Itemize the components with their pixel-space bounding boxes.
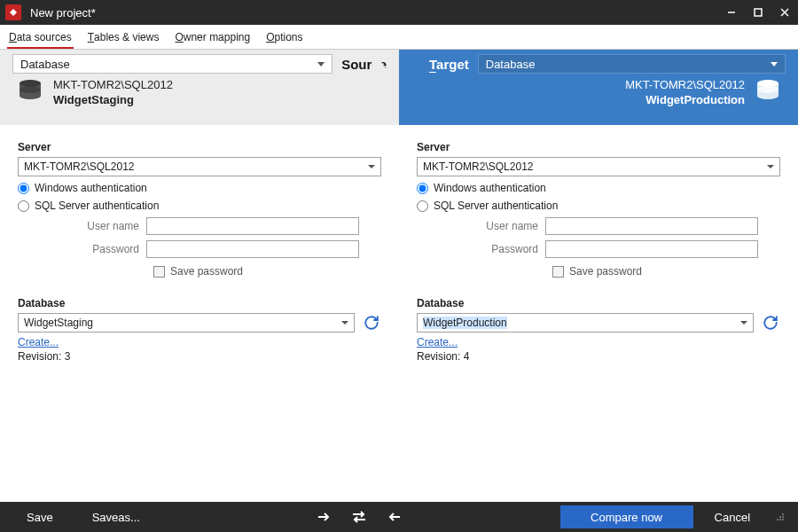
- svg-point-16: [779, 519, 781, 520]
- source-target-banner: Database Source MKT-TOMR2\SQL2012 Widget…: [0, 50, 798, 125]
- target-server-text: MKT-TOMR2\SQL2012: [625, 78, 745, 93]
- svg-point-13: [779, 516, 781, 518]
- sql-auth-radio-input[interactable]: [417, 200, 428, 212]
- server-heading: Server: [18, 141, 381, 153]
- target-create-db-link[interactable]: Create...: [417, 336, 458, 348]
- footer-bar: Save Save as... Compare now Cancel: [0, 502, 798, 532]
- source-panel: Server MKT-TOMR2\SQL2012 Windows authent…: [0, 125, 399, 502]
- tab-tables-views[interactable]: Tables & views: [86, 27, 161, 48]
- target-save-password-check[interactable]: Save password: [552, 265, 780, 278]
- source-windows-auth-radio[interactable]: Windows authentication: [18, 182, 381, 194]
- arrow-right-icon[interactable]: [308, 505, 340, 528]
- save-password-checkbox[interactable]: [552, 266, 564, 278]
- sql-auth-radio-input[interactable]: [18, 200, 29, 212]
- username-label: User name: [417, 220, 545, 232]
- config-panels: Server MKT-TOMR2\SQL2012 Windows authent…: [0, 125, 798, 502]
- save-button[interactable]: Save: [9, 505, 71, 528]
- database-icon: [754, 78, 782, 107]
- svg-point-14: [782, 516, 784, 518]
- source-password-field[interactable]: [146, 240, 359, 258]
- svg-point-15: [777, 519, 778, 520]
- svg-point-7: [757, 86, 778, 93]
- tab-data-sources[interactable]: Data sources: [7, 27, 74, 49]
- close-button[interactable]: [771, 0, 798, 25]
- source-database-combo[interactable]: WidgetStaging: [18, 313, 355, 332]
- target-type-dropdown[interactable]: Database: [478, 54, 786, 74]
- save-password-checkbox[interactable]: [153, 266, 165, 278]
- source-db-text: WidgetStaging: [53, 93, 173, 108]
- app-logo: [5, 4, 21, 20]
- tab-bar: Data sources Tables & views Owner mappin…: [0, 25, 798, 50]
- target-username-field[interactable]: [545, 217, 758, 235]
- save-as-button[interactable]: Save as...: [74, 505, 158, 528]
- source-banner: Database Source MKT-TOMR2\SQL2012 Widget…: [0, 50, 399, 125]
- windows-auth-radio-input[interactable]: [417, 183, 428, 194]
- tab-options[interactable]: Options: [264, 27, 304, 48]
- cancel-button[interactable]: Cancel: [697, 505, 768, 528]
- source-sql-auth-radio[interactable]: SQL Server authentication: [18, 200, 381, 212]
- source-save-password-check[interactable]: Save password: [153, 265, 381, 278]
- password-label: Password: [417, 243, 545, 255]
- windows-auth-radio-input[interactable]: [18, 183, 29, 194]
- target-label: Target: [429, 57, 469, 72]
- source-username-field[interactable]: [146, 217, 359, 235]
- svg-rect-1: [755, 9, 762, 16]
- refresh-icon[interactable]: [761, 313, 780, 332]
- database-icon: [16, 78, 44, 107]
- target-revision-text: Revision: 4: [417, 350, 780, 363]
- source-server-combo[interactable]: MKT-TOMR2\SQL2012: [18, 157, 381, 176]
- target-server-combo[interactable]: MKT-TOMR2\SQL2012: [417, 157, 780, 176]
- username-label: User name: [18, 220, 146, 232]
- target-banner: Target Database MKT-TOMR2\SQL2012 Widget…: [399, 50, 798, 125]
- swap-icon[interactable]: [343, 505, 375, 528]
- window-title: New project*: [30, 6, 718, 20]
- target-sql-auth-radio[interactable]: SQL Server authentication: [417, 200, 780, 212]
- refresh-icon[interactable]: [362, 313, 381, 332]
- titlebar: New project*: [0, 0, 798, 25]
- svg-point-12: [782, 513, 784, 515]
- database-heading: Database: [417, 297, 780, 309]
- tab-owner-mapping[interactable]: Owner mapping: [173, 27, 252, 48]
- source-create-db-link[interactable]: Create...: [18, 336, 59, 348]
- svg-point-17: [782, 519, 784, 520]
- resize-grip-icon[interactable]: [771, 505, 789, 528]
- target-password-field[interactable]: [545, 240, 758, 258]
- target-windows-auth-radio[interactable]: Windows authentication: [417, 182, 780, 194]
- target-database-combo[interactable]: WidgetProduction: [417, 313, 754, 332]
- target-panel: Server MKT-TOMR2\SQL2012 Windows authent…: [399, 125, 798, 502]
- source-type-dropdown[interactable]: Database: [12, 54, 332, 74]
- minimize-button[interactable]: [718, 0, 745, 25]
- password-label: Password: [18, 243, 146, 255]
- arrow-left-icon[interactable]: [379, 505, 411, 528]
- source-server-text: MKT-TOMR2\SQL2012: [53, 78, 173, 93]
- svg-point-5: [20, 86, 41, 93]
- target-db-text: WidgetProduction: [625, 93, 745, 108]
- database-heading: Database: [18, 297, 381, 309]
- maximize-button[interactable]: [745, 0, 771, 25]
- compare-now-button[interactable]: Compare now: [560, 505, 693, 528]
- source-revision-text: Revision: 3: [18, 350, 381, 363]
- server-heading: Server: [417, 141, 780, 153]
